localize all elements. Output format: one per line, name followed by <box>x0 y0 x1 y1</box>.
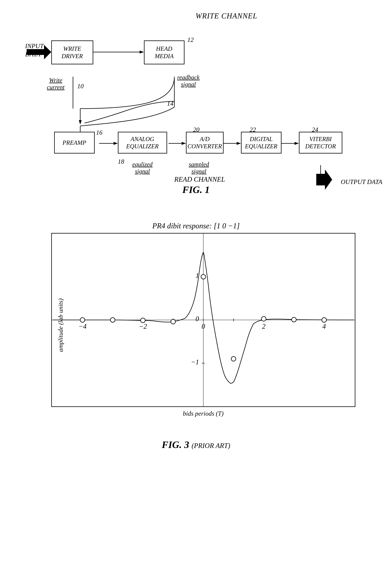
sample-point-0 <box>201 274 206 279</box>
diagram-area: INPUT DATA WRITE DRIVER HEAD MEDIA 12 Wr… <box>22 22 370 181</box>
num-20: 20 <box>193 126 200 133</box>
num-14: 14 <box>167 100 174 107</box>
num-16: 16 <box>96 129 102 136</box>
sampled-signal-label: sampledsignal <box>189 161 209 175</box>
sample-point-n4 <box>80 318 85 322</box>
svg-text:0: 0 <box>202 323 205 330</box>
analog-eq-box: ANALOG EQUALIZER <box>118 132 167 154</box>
svg-marker-1 <box>140 51 144 54</box>
chart-title: PR4 dibit response: [1 0 −1] <box>18 221 374 230</box>
svg-marker-3 <box>79 120 82 125</box>
output-data-label: OUTPUT DATA <box>341 178 382 186</box>
page: WRITE CHANNEL <box>18 12 374 450</box>
ad-converter-box: A/D CONVERTER <box>186 132 224 154</box>
sample-point-1 <box>231 357 236 361</box>
write-driver-box: WRITE DRIVER <box>51 41 93 64</box>
svg-text:−2: −2 <box>139 323 147 330</box>
sample-point-n3 <box>110 318 115 322</box>
x-axis-label: bids periods (T) <box>51 410 355 417</box>
num-12: 12 <box>188 36 194 44</box>
svg-text:−1: −1 <box>191 358 199 366</box>
svg-text:2: 2 <box>262 323 266 330</box>
digital-eq-box: DIGITAL EQUALIZER <box>241 132 282 154</box>
svg-text:0: 0 <box>196 315 199 323</box>
svg-marker-8 <box>182 142 186 145</box>
write-channel-label: WRITE CHANNEL <box>78 12 374 20</box>
chart-box: −4 −2 0 2 4 1 −1 0 <box>51 233 355 407</box>
head-media-box: HEAD MEDIA <box>144 41 184 64</box>
num-10: 10 <box>77 83 84 90</box>
viterbi-box: VITERBI DETECTOR <box>299 132 342 154</box>
write-current-label: Writecurrent <box>47 77 64 91</box>
svg-marker-10 <box>236 142 241 145</box>
fig1-caption: FIG. 1 <box>18 184 374 195</box>
num-18: 18 <box>118 158 124 165</box>
chart-wrapper: amplitude (lab units) <box>37 233 355 417</box>
svg-text:−4: −4 <box>78 323 86 330</box>
num-24: 24 <box>312 126 318 133</box>
equalized-signal-label: equlizedsignal <box>132 161 153 175</box>
preamp-box: PREAMP <box>54 132 95 154</box>
read-channel-label: READ CHANNEL <box>174 175 225 183</box>
sample-point-4 <box>322 318 326 322</box>
sample-point-2 <box>262 317 266 321</box>
svg-text:4: 4 <box>322 323 326 330</box>
sample-point-n2 <box>140 318 145 323</box>
svg-marker-6 <box>114 142 118 145</box>
svg-text:1: 1 <box>196 272 199 279</box>
chart-svg: −4 −2 0 2 4 1 −1 0 <box>52 233 355 406</box>
sample-point-n1 <box>171 319 175 324</box>
svg-marker-12 <box>294 142 299 145</box>
sample-point-3 <box>292 317 296 322</box>
readback-signal-label: readbacksignal <box>177 74 200 88</box>
num-22: 22 <box>250 126 256 133</box>
fig3-section: PR4 dibit response: [1 0 −1] amplitude (… <box>18 221 374 450</box>
input-data-label: INPUT DATA <box>25 42 44 58</box>
fig3-caption: FIG. 3 (PRIOR ART) <box>18 439 374 450</box>
fig1-section: WRITE CHANNEL <box>18 12 374 195</box>
